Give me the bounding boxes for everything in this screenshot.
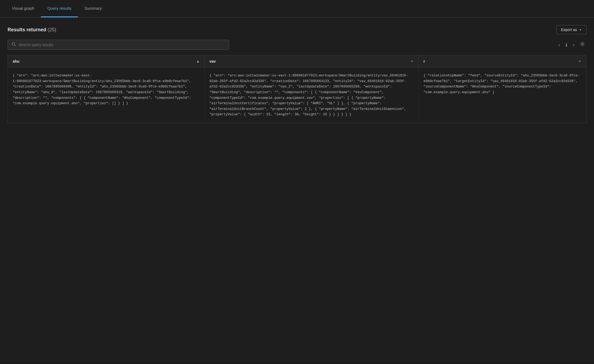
- search-icon: [12, 42, 16, 47]
- cell-ahu: { "arn": "arn:aws:iottwinmaker:us-east-1…: [8, 68, 205, 123]
- main-content: Results returned (25) Export as ▼ ‹ 1: [0, 18, 594, 363]
- results-header: Results returned (25) Export as ▼: [8, 25, 586, 34]
- search-row: ‹ 1 ›: [8, 40, 586, 50]
- table-settings-button[interactable]: [578, 41, 586, 49]
- pagination-prev-button[interactable]: ‹: [557, 42, 562, 48]
- tab-summary[interactable]: Summary: [78, 0, 108, 17]
- tab-query-results[interactable]: Query results: [41, 0, 78, 17]
- sort-desc-icon: ▼: [411, 60, 413, 63]
- results-title: Results returned (25): [8, 27, 56, 33]
- sort-asc-icon: ▲: [196, 60, 199, 63]
- pagination-current-page: 1: [564, 42, 569, 47]
- tab-bar: Visual graph Query results Summary: [0, 0, 594, 18]
- cell-vav: { "arn": "arn:aws:iottwinmaker:us-east-1…: [204, 68, 418, 123]
- pagination-next-button[interactable]: ›: [571, 42, 576, 48]
- cell-r: { "relationshipName": "feed", "sourceEnt…: [419, 68, 586, 123]
- search-input[interactable]: [19, 43, 225, 47]
- pagination-controls: ‹ 1 ›: [557, 41, 586, 49]
- svg-point-2: [582, 43, 583, 45]
- export-button[interactable]: Export as ▼: [556, 25, 586, 34]
- svg-line-1: [15, 45, 16, 46]
- column-header-vav[interactable]: vav ▼: [204, 55, 418, 68]
- results-table: ahu ▲ vav ▼ r ▼ { ": [8, 55, 586, 123]
- column-header-ahu[interactable]: ahu ▲: [8, 55, 205, 68]
- table-row: { "arn": "arn:aws:iottwinmaker:us-east-1…: [8, 68, 586, 123]
- column-header-r[interactable]: r ▼: [419, 55, 586, 68]
- search-container: [8, 40, 229, 50]
- export-caret-icon: ▼: [579, 28, 582, 31]
- sort-desc-icon-r: ▼: [578, 60, 581, 63]
- tab-visual-graph[interactable]: Visual graph: [5, 0, 41, 17]
